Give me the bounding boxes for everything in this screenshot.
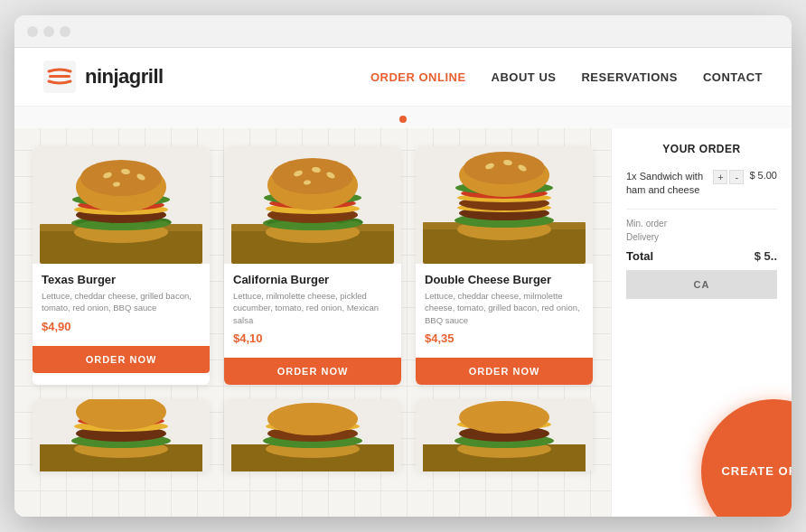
order-item: 1x Sandwich with ham and cheese + - $ 5.… xyxy=(626,170,777,198)
food-card-bottom-2 xyxy=(224,399,401,471)
browser-titlebar xyxy=(14,15,792,48)
active-indicator-dot xyxy=(399,116,407,123)
order-title: YOUR ORDER xyxy=(626,143,777,155)
dot-minimize xyxy=(43,26,54,37)
create-order-circle[interactable]: CREATE ORDER xyxy=(701,399,792,517)
food-image-bottom-3 xyxy=(416,399,593,471)
delivery-row: Delivery xyxy=(626,232,777,242)
food-price-doublecheese: $4,35 xyxy=(425,331,584,345)
svg-point-25 xyxy=(272,158,353,194)
food-image-bottom-2 xyxy=(224,399,401,471)
order-btn-doublecheese[interactable]: ORDER NOW xyxy=(416,358,593,385)
qty-decrease-btn[interactable]: - xyxy=(729,170,744,184)
nav-links: ORDER ONLINE ABOUT US RESERVATIONS CONTA… xyxy=(370,70,763,84)
food-name-texas: Texas Burger xyxy=(42,273,201,286)
food-card-california: California Burger Lettuce, milmolette ch… xyxy=(224,146,401,385)
food-card-bottom-1 xyxy=(33,399,210,471)
logo-text: ninjagrill xyxy=(85,65,164,89)
nav-about-us[interactable]: ABOUT US xyxy=(492,70,557,84)
dot-indicator xyxy=(14,107,792,128)
food-info-doublecheese: Double Cheese Burger Lettuce, cheddar ch… xyxy=(416,264,593,358)
order-item-name: 1x Sandwich with ham and cheese xyxy=(626,170,709,198)
food-name-doublecheese: Double Cheese Burger xyxy=(425,273,584,286)
qty-increase-btn[interactable]: + xyxy=(713,170,727,184)
svg-rect-1 xyxy=(49,75,70,78)
food-name-california: California Burger xyxy=(233,273,392,286)
qty-controls: + - xyxy=(713,170,744,184)
dot-close xyxy=(27,26,38,37)
food-price-texas: $4,90 xyxy=(42,320,201,333)
navbar: ninjagrill ORDER ONLINE ABOUT US RESERVA… xyxy=(14,48,792,107)
food-row-2 xyxy=(33,399,593,471)
food-image-texas xyxy=(33,146,210,264)
logo-icon xyxy=(43,61,76,93)
order-total-row: Total $ 5.. xyxy=(626,249,777,263)
nav-order-online[interactable]: ORDER ONLINE xyxy=(370,70,466,84)
total-label: Total xyxy=(626,249,653,263)
order-meta: Min. order Delivery xyxy=(626,209,777,242)
order-panel: YOUR ORDER 1x Sandwich with ham and chee… xyxy=(611,128,792,517)
nav-contact[interactable]: CONTACT xyxy=(703,70,763,84)
browser-window: ninjagrill ORDER ONLINE ABOUT US RESERVA… xyxy=(14,15,792,517)
logo: ninjagrill xyxy=(43,61,164,93)
food-info-texas: Texas Burger Lettuce, cheddar cheese, gr… xyxy=(33,264,210,346)
food-info-california: California Burger Lettuce, milmolette ch… xyxy=(224,264,401,358)
order-btn-california[interactable]: ORDER NOW xyxy=(224,358,401,385)
food-row-1: Texas Burger Lettuce, cheddar cheese, gr… xyxy=(33,146,593,385)
svg-point-41 xyxy=(464,152,545,184)
cancel-btn[interactable]: CA xyxy=(626,270,777,299)
order-btn-texas[interactable]: ORDER NOW xyxy=(33,346,210,373)
food-card-doublecheese: Double Cheese Burger Lettuce, cheddar ch… xyxy=(416,146,593,385)
food-image-bottom-1 xyxy=(33,399,210,471)
food-card-texas: Texas Burger Lettuce, cheddar cheese, gr… xyxy=(33,146,210,385)
food-desc-doublecheese: Lettuce, cheddar cheese, milmolette chee… xyxy=(425,290,584,326)
min-order-label: Min. order xyxy=(626,219,667,229)
nav-reservations[interactable]: RESERVATIONS xyxy=(581,70,677,84)
food-desc-texas: Lettuce, cheddar cheese, grilled bacon, … xyxy=(42,290,201,314)
delivery-label: Delivery xyxy=(626,232,659,242)
svg-point-11 xyxy=(80,160,162,196)
food-image-doublecheese xyxy=(416,146,593,264)
min-order-row: Min. order xyxy=(626,219,777,229)
food-price-california: $4,10 xyxy=(233,331,392,345)
svg-point-63 xyxy=(459,401,549,434)
browser-dots xyxy=(27,26,70,37)
food-image-california xyxy=(224,146,401,264)
create-order-label: CREATE ORDER xyxy=(721,464,792,480)
food-card-bottom-3 xyxy=(416,399,593,471)
dot-maximize xyxy=(60,26,70,37)
food-desc-california: Lettuce, milmolette cheese, pickled cucu… xyxy=(233,290,392,326)
item-price: $ 5.00 xyxy=(749,170,777,181)
svg-point-57 xyxy=(267,403,358,435)
total-price: $ 5.. xyxy=(754,249,777,263)
main-content: Texas Burger Lettuce, cheddar cheese, gr… xyxy=(14,128,792,517)
food-grid: Texas Burger Lettuce, cheddar cheese, gr… xyxy=(14,128,611,517)
